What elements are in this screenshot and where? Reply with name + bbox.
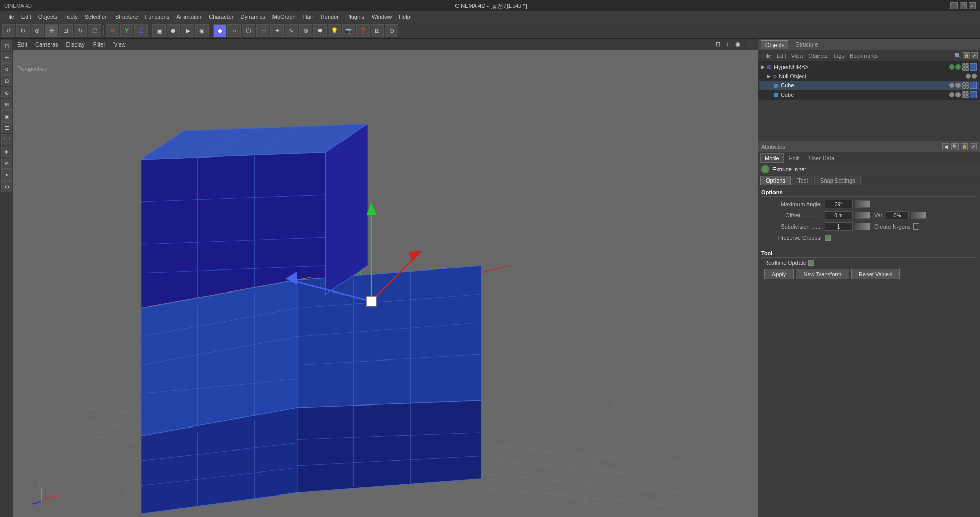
- menu-tools[interactable]: Tools: [61, 13, 81, 21]
- viewport-icon4[interactable]: ☰: [744, 40, 754, 49]
- objects-view[interactable]: View: [789, 52, 806, 60]
- realtime-checkbox[interactable]: [808, 260, 814, 266]
- left-select-mode[interactable]: ◻: [1, 40, 12, 51]
- ngons-checkbox[interactable]: [913, 223, 919, 230]
- tree-item-cube1[interactable]: ◼ Cube: [759, 81, 979, 90]
- var-input[interactable]: [886, 211, 909, 219]
- menu-render[interactable]: Render: [317, 13, 342, 21]
- tab-edit[interactable]: Edit: [785, 153, 804, 163]
- render-to-picture-viewer[interactable]: ⏺: [167, 24, 180, 37]
- objects-bookmarks[interactable]: Bookmarks: [848, 52, 880, 60]
- objects-expand-icon[interactable]: ↗: [971, 52, 978, 59]
- menu-file[interactable]: File: [2, 13, 17, 21]
- menu-structure[interactable]: Structure: [112, 13, 141, 21]
- tab-structure[interactable]: Structure: [791, 40, 823, 49]
- left-tool5[interactable]: ⊕: [1, 87, 12, 98]
- cube2-tag2[interactable]: [970, 91, 977, 98]
- window-buttons[interactable]: – □ ×: [950, 2, 976, 9]
- left-tool13[interactable]: ⚙: [1, 181, 12, 192]
- hypernurbs-tag2[interactable]: [970, 63, 977, 71]
- var-slider[interactable]: [911, 212, 926, 219]
- tree-item-hypernurbs[interactable]: ▶ ⊕ HyperNURBS: [759, 62, 979, 72]
- select-button[interactable]: ⊕: [31, 24, 44, 37]
- menu-functions[interactable]: Functions: [142, 13, 173, 21]
- max-angle-input[interactable]: [825, 200, 853, 208]
- render-active-view[interactable]: ▶: [181, 24, 194, 37]
- subdiv-slider[interactable]: [855, 223, 870, 230]
- cylinder-tool[interactable]: ⬡: [242, 24, 255, 37]
- objects-edit[interactable]: Edit: [774, 52, 788, 60]
- left-move[interactable]: ✛: [1, 52, 12, 63]
- left-tool11[interactable]: ⊛: [1, 158, 12, 169]
- attr-expand-icon[interactable]: ↗: [970, 143, 977, 150]
- reset-values-button[interactable]: Reset Values: [851, 269, 900, 279]
- left-rotate[interactable]: ↺: [1, 63, 12, 75]
- subtab-options[interactable]: Options: [760, 176, 791, 185]
- max-angle-slider[interactable]: [855, 200, 870, 208]
- viewport-display[interactable]: Display: [64, 40, 87, 49]
- viewport[interactable]: Edit Cameras Display Filter View ⊞ ↑ ◉ ☰…: [13, 39, 758, 517]
- viewport-cameras[interactable]: Cameras: [33, 40, 60, 49]
- rotate-button[interactable]: ↻: [74, 24, 87, 37]
- preserve-checkbox[interactable]: [825, 235, 831, 241]
- attr-lock-icon[interactable]: 🔒: [961, 143, 968, 150]
- menu-edit[interactable]: Edit: [18, 13, 34, 21]
- objects-tags[interactable]: Tags: [831, 52, 847, 60]
- redo-button[interactable]: ↻: [16, 24, 30, 37]
- y-axis-button[interactable]: Y: [120, 24, 133, 37]
- subdiv-input[interactable]: [825, 222, 853, 231]
- light-tool[interactable]: 💡: [328, 24, 341, 37]
- tab-objects[interactable]: Objects: [761, 40, 788, 49]
- menu-plugins[interactable]: Plugins: [343, 13, 368, 21]
- offset-input[interactable]: [825, 211, 853, 219]
- render-settings-button[interactable]: ▣: [152, 24, 166, 37]
- move-button[interactable]: ✛: [45, 24, 58, 37]
- help-button[interactable]: ❓: [356, 24, 370, 37]
- menu-selection[interactable]: Selection: [82, 13, 111, 21]
- tree-item-null[interactable]: ▶ ○ Null Object: [759, 72, 979, 81]
- plane-tool[interactable]: ▭: [256, 24, 269, 37]
- interactive-render[interactable]: ◉: [195, 24, 209, 37]
- tab-user-data[interactable]: User Data: [805, 153, 839, 163]
- menu-objects[interactable]: Objects: [35, 13, 60, 21]
- cube-tool[interactable]: ◆: [213, 24, 226, 37]
- spline-tool[interactable]: ∿: [285, 24, 298, 37]
- left-tool8[interactable]: ☰: [1, 122, 12, 133]
- apply-button[interactable]: Apply: [764, 269, 794, 279]
- nurbs-tool[interactable]: ⊛: [299, 24, 312, 37]
- hypernurbs-render-dot[interactable]: [955, 64, 961, 70]
- menu-window[interactable]: Window: [369, 13, 395, 21]
- viewport-icon2[interactable]: ↑: [724, 40, 732, 49]
- menu-hair[interactable]: Hair: [300, 13, 316, 21]
- z-axis-button[interactable]: Z: [134, 24, 148, 37]
- x-axis-button[interactable]: ✕: [106, 24, 119, 37]
- render-region-button[interactable]: ⬡: [88, 24, 101, 37]
- cube1-tag1[interactable]: [962, 82, 969, 89]
- menu-help[interactable]: Help: [396, 13, 414, 21]
- canvas-area[interactable]: Perspective: [13, 50, 758, 517]
- viewport-icon3[interactable]: ◉: [733, 40, 742, 49]
- left-scale[interactable]: ⊡: [1, 75, 12, 86]
- hypernurbs-visible-dot[interactable]: [949, 64, 954, 70]
- objects-lock-icon[interactable]: 🔒: [963, 52, 970, 59]
- cube2-visible-dot[interactable]: [949, 92, 954, 97]
- objects-menu[interactable]: Objects: [806, 52, 829, 60]
- left-tool12[interactable]: ✦: [1, 169, 12, 181]
- left-tool10[interactable]: ◈: [1, 146, 12, 157]
- search-icon[interactable]: 🔍: [954, 52, 962, 59]
- maximize-button[interactable]: □: [960, 2, 967, 9]
- menu-animation[interactable]: Animation: [173, 13, 204, 21]
- viewport-edit[interactable]: Edit: [15, 40, 29, 49]
- menu-character[interactable]: Character: [206, 13, 236, 21]
- script-tool[interactable]: ⊞: [371, 24, 384, 37]
- sphere-tool[interactable]: ○: [227, 24, 241, 37]
- undo-button[interactable]: ↺: [2, 24, 15, 37]
- tab-mode[interactable]: Mode: [760, 153, 784, 163]
- camera-tool[interactable]: 📷: [342, 24, 355, 37]
- new-transform-button[interactable]: New Transform: [796, 269, 850, 279]
- attr-back-icon[interactable]: ◀: [942, 143, 949, 150]
- deform-tool[interactable]: ✦: [270, 24, 284, 37]
- timeline-tool[interactable]: ⊙: [385, 24, 398, 37]
- hypernurbs-tag1[interactable]: [962, 63, 969, 71]
- null-render-dot[interactable]: [972, 74, 977, 79]
